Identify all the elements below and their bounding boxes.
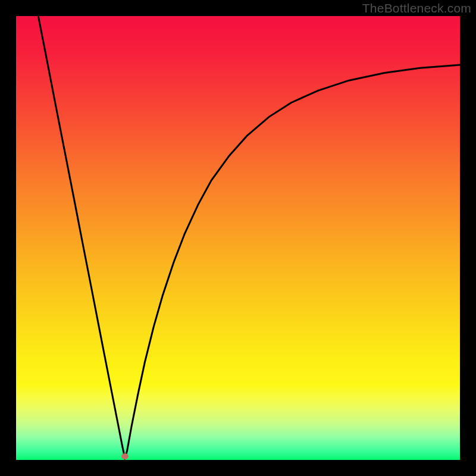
curve-layer [16,16,460,460]
watermark-text: TheBottleneck.com [362,1,471,15]
min-marker [121,453,129,459]
bottleneck-curve [38,16,460,458]
chart-container: TheBottleneck.com [0,0,476,476]
